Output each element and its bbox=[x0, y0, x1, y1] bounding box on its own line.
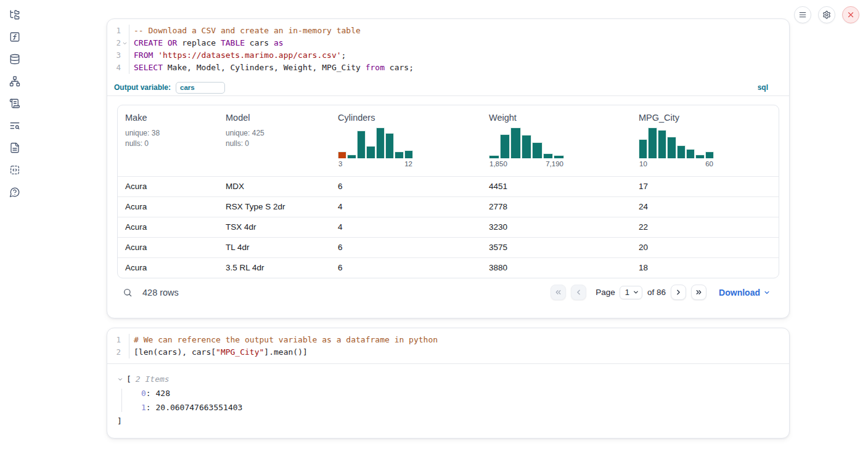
code-line: 1-- Download a CSV and create an in-memo… bbox=[107, 25, 789, 37]
code-line: 3FROM 'https://datasets.marimo.app/cars.… bbox=[107, 49, 789, 62]
histogram-bar bbox=[376, 127, 385, 158]
tree-entry-index: 0 bbox=[141, 389, 146, 398]
code-token: cars; bbox=[385, 63, 414, 72]
download-label: Download bbox=[719, 288, 760, 297]
tree-entry-value: 428 bbox=[155, 389, 170, 398]
histogram-bar bbox=[648, 127, 657, 158]
dependency-graph-icon[interactable] bbox=[9, 76, 20, 87]
table-cell: TSX 4dr bbox=[218, 217, 330, 237]
tree-close-bracket: ] bbox=[117, 415, 779, 428]
next-page-button[interactable] bbox=[671, 285, 686, 300]
table-row: Acura3.5 RL 4dr6388018 bbox=[118, 257, 779, 278]
page-select[interactable]: 1 bbox=[620, 286, 642, 299]
line-number: 2 bbox=[107, 37, 121, 49]
column-header-weight[interactable]: Weight1,8507,190 bbox=[481, 105, 631, 176]
code-token: ].mean()] bbox=[264, 347, 307, 357]
settings-button[interactable] bbox=[818, 6, 835, 23]
shutdown-button[interactable] bbox=[842, 6, 859, 23]
tree-entry-separator: : bbox=[146, 403, 156, 412]
menu-button[interactable] bbox=[794, 6, 811, 23]
python-code-editor[interactable]: 1# We can reference the output variable … bbox=[107, 328, 789, 364]
output-variable-input[interactable] bbox=[176, 82, 225, 94]
line-number: 4 bbox=[107, 62, 121, 74]
histogram-axis-labels: 312 bbox=[338, 160, 413, 168]
table-cell: 20 bbox=[631, 238, 779, 257]
histogram-bar bbox=[395, 152, 403, 158]
column-title: Weight bbox=[489, 113, 624, 123]
snippets-icon[interactable] bbox=[9, 164, 20, 176]
tree-guide-line bbox=[121, 389, 122, 412]
table-cell: 4 bbox=[330, 217, 481, 237]
chevron-down-icon bbox=[122, 41, 128, 46]
code-token: -- Download a CSV and create an in-memor… bbox=[134, 26, 361, 35]
histogram-bar bbox=[686, 149, 695, 158]
line-number: 2 bbox=[107, 346, 121, 358]
code-token: from bbox=[366, 63, 385, 72]
tree-entry-separator: : bbox=[146, 389, 156, 398]
code-line: 4SELECT Make, Model, Cylinders, Weight, … bbox=[107, 62, 789, 74]
sidebar bbox=[0, 0, 30, 449]
table-row: AcuraTL 4dr6357520 bbox=[118, 237, 779, 257]
chevron-left-icon bbox=[575, 288, 583, 296]
chevrons-right-icon bbox=[695, 288, 703, 296]
row-count: 428 rows bbox=[142, 288, 179, 297]
column-header-mpg_city[interactable]: MPG_City1060 bbox=[631, 105, 779, 176]
histogram-axis-labels: 1060 bbox=[639, 160, 714, 168]
download-button[interactable]: Download bbox=[719, 288, 771, 297]
column-title: Model bbox=[226, 113, 323, 123]
table-cell: TL 4dr bbox=[218, 238, 330, 257]
tree-entry: 1: 20.060747663551403 bbox=[141, 400, 779, 415]
histogram-bar bbox=[404, 150, 413, 159]
histogram-bar bbox=[385, 133, 394, 159]
gear-icon bbox=[822, 10, 831, 19]
table-cell: MDX bbox=[218, 177, 330, 196]
tree-entry: 0: 428 bbox=[141, 386, 779, 400]
logs-icon[interactable] bbox=[9, 98, 20, 109]
column-header-model[interactable]: Modelunique: 425nulls: 0 bbox=[218, 105, 330, 176]
line-number: 3 bbox=[107, 49, 121, 62]
sql-code-editor[interactable]: 1-- Download a CSV and create an in-memo… bbox=[107, 19, 789, 79]
code-text: # We can reference the output variable a… bbox=[129, 334, 789, 346]
column-stat-line: nulls: 0 bbox=[226, 139, 323, 149]
column-header-cylinders[interactable]: Cylinders312 bbox=[330, 105, 481, 176]
code-text: CREATE OR replace TABLE cars as bbox=[129, 37, 789, 49]
column-stats: unique: 38nulls: 0 bbox=[125, 128, 211, 148]
code-token bbox=[163, 38, 168, 47]
file-explorer-icon[interactable] bbox=[9, 9, 20, 20]
documentation-icon[interactable] bbox=[9, 142, 20, 153]
page-select-value: 1 bbox=[625, 288, 629, 297]
fold-toggle-icon[interactable] bbox=[121, 37, 129, 49]
window-controls bbox=[794, 6, 859, 23]
data-table: Makeunique: 38nulls: 0Modelunique: 425nu… bbox=[117, 105, 779, 278]
code-token bbox=[153, 51, 158, 60]
histogram-bar bbox=[677, 145, 686, 158]
help-icon[interactable] bbox=[9, 187, 20, 198]
table-cell: 6 bbox=[330, 238, 481, 257]
table-cell: 4451 bbox=[481, 177, 631, 196]
tree-collapse-toggle[interactable] bbox=[117, 376, 126, 382]
scratchpad-search-icon[interactable] bbox=[9, 120, 20, 131]
column-stat-line: unique: 425 bbox=[226, 128, 323, 139]
column-header-make[interactable]: Makeunique: 38nulls: 0 bbox=[118, 105, 218, 176]
code-text: FROM 'https://datasets.marimo.app/cars.c… bbox=[129, 49, 789, 62]
histogram-bar bbox=[522, 135, 532, 158]
histogram-bars bbox=[639, 127, 714, 158]
variables-icon[interactable] bbox=[9, 31, 20, 42]
first-page-button[interactable] bbox=[551, 285, 566, 300]
code-text: [len(cars), cars["MPG_City"].mean()] bbox=[129, 346, 789, 358]
search-icon[interactable] bbox=[123, 288, 133, 297]
table-cell: 4 bbox=[330, 197, 481, 217]
datasources-icon[interactable] bbox=[9, 54, 20, 65]
table-cell: Acura bbox=[118, 217, 218, 237]
histogram-min-label: 10 bbox=[639, 160, 647, 168]
code-token: SELECT bbox=[134, 63, 163, 72]
fold-gutter bbox=[121, 346, 129, 358]
table-cell: 6 bbox=[330, 258, 481, 278]
line-number: 1 bbox=[107, 334, 121, 346]
histogram-bar bbox=[532, 142, 542, 158]
page-total: of 86 bbox=[647, 288, 666, 297]
column-stat-line: nulls: 0 bbox=[125, 139, 211, 149]
table-cell: 2778 bbox=[481, 197, 631, 217]
previous-page-button[interactable] bbox=[571, 285, 586, 300]
last-page-button[interactable] bbox=[691, 285, 706, 300]
